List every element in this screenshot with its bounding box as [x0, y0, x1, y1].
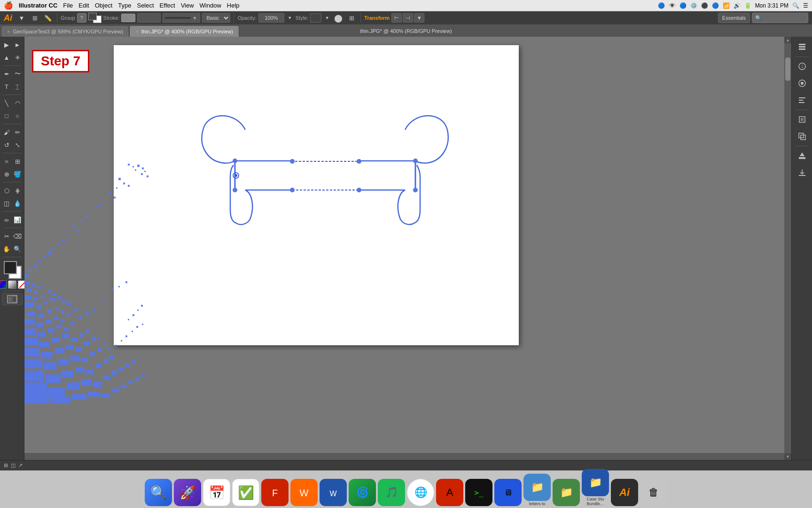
dock-item-trash[interactable]: 🗑	[640, 479, 667, 506]
area-type-tool[interactable]: ⌶	[12, 80, 23, 93]
shape-builder-tool[interactable]: ⊕	[1, 168, 12, 180]
live-paint-tool[interactable]: 🪣	[12, 168, 23, 180]
blend-tool[interactable]: ∞	[1, 214, 12, 226]
rfp-pathfinder-btn[interactable]	[795, 129, 810, 144]
foreground-swatch[interactable]	[88, 13, 97, 20]
mesh-tool[interactable]: ⋕	[12, 184, 23, 197]
dock-item-folder-case[interactable]: 📁 Case StuBundle...	[582, 469, 609, 506]
rfp-asset-export-btn[interactable]	[795, 165, 810, 180]
dock-item-terminal[interactable]: >_	[465, 479, 492, 506]
dock-item-word[interactable]: W	[320, 479, 347, 506]
dock-item-reminders[interactable]: ✅	[232, 479, 259, 506]
horizontal-scrollbar[interactable]	[24, 453, 784, 460]
paint-brush-btn[interactable]: ✏️	[42, 12, 54, 24]
opacity-chevron[interactable]: ▼	[286, 12, 294, 24]
stroke-color-swatch[interactable]	[121, 14, 135, 22]
rfp-transform-btn[interactable]	[795, 112, 810, 127]
brush-style-select[interactable]: Basic	[202, 13, 230, 23]
zoom-tool[interactable]: 🔍	[12, 243, 23, 255]
rfp-align-btn[interactable]	[795, 93, 810, 108]
eraser-tool[interactable]: ⌫	[12, 230, 23, 242]
dock-item-swirly[interactable]: 🌀	[349, 479, 376, 506]
rect-tool[interactable]: □	[1, 110, 12, 122]
grid-icon-btn[interactable]: ⊞	[346, 12, 357, 24]
gradient-tool[interactable]: ◫	[1, 197, 12, 209]
tab-genspace[interactable]: × GenSpaceTest3 @ 599% (CMYK/GPU Preview…	[1, 25, 129, 37]
menu-edit[interactable]: Edit	[78, 2, 89, 9]
tab-thin-close[interactable]: ×	[135, 29, 138, 34]
scroll-down-arrow[interactable]: ▼	[784, 453, 791, 460]
style-circle-btn[interactable]: ⬤	[333, 12, 344, 24]
dock-item-app12[interactable]: 🖥	[494, 479, 522, 506]
artboard-slice-tool[interactable]: ✂	[1, 230, 12, 242]
menu-select[interactable]: Select	[137, 2, 154, 9]
fill-swatch[interactable]	[4, 261, 17, 274]
bar-chart-tool[interactable]: 📊	[12, 214, 23, 226]
magic-wand-tool[interactable]: ✳	[12, 51, 23, 64]
transform-label[interactable]: Transform	[364, 15, 390, 21]
hand-tool[interactable]: ✋	[1, 243, 12, 255]
scale-tool[interactable]: ⤡	[12, 139, 23, 151]
dock-item-illustrator[interactable]: Ai	[611, 479, 638, 506]
screen-mode-btn[interactable]	[2, 293, 23, 305]
align-btn-1[interactable]: ⊢	[391, 13, 402, 23]
style-chevron[interactable]: ▼	[323, 12, 331, 24]
menu-app-name[interactable]: Illustrator CC	[19, 2, 57, 9]
arc-tool[interactable]: ◠	[12, 97, 23, 109]
tab-genspace-close[interactable]: ×	[7, 29, 10, 34]
dock-item-calendar[interactable]: 📅	[203, 479, 230, 506]
ellipse-tool[interactable]: ○	[12, 110, 23, 122]
menu-help[interactable]: Help	[227, 2, 240, 9]
apple-menu[interactable]: 🍎	[4, 1, 13, 10]
stroke-weight-input[interactable]	[137, 13, 161, 23]
help-btn[interactable]: ?	[77, 13, 86, 23]
gradient-mode-btn[interactable]	[8, 280, 16, 289]
scroll-track[interactable]	[784, 43, 791, 453]
free-transform-tool[interactable]: ⊞	[12, 155, 23, 167]
style-swatch[interactable]	[310, 13, 321, 23]
perspective-tool[interactable]: ⬡	[1, 184, 12, 197]
rotate-tool[interactable]: ↺	[1, 139, 12, 151]
scroll-up-arrow[interactable]: ▲	[784, 37, 791, 43]
align-btn-3[interactable]: ▼	[414, 13, 424, 23]
menu-type[interactable]: Type	[118, 2, 131, 9]
dock-item-spotify[interactable]: 🎵	[378, 479, 405, 506]
rfp-cc-libraries-btn[interactable]	[795, 148, 810, 163]
selection-tool-btn[interactable]: ▼	[16, 12, 27, 24]
menu-file[interactable]: File	[63, 2, 73, 9]
tab-thin[interactable]: × thin.JPG* @ 400% (RGB/GPU Preview)	[129, 25, 239, 37]
rfp-layers-btn[interactable]	[795, 40, 810, 55]
dock-item-folder-blue[interactable]: 📁	[553, 479, 580, 506]
opacity-input[interactable]	[258, 13, 284, 23]
search-input[interactable]	[752, 13, 808, 23]
menu-effect[interactable]: Effect	[160, 2, 175, 9]
paintbrush-tool[interactable]: 🖌	[1, 126, 12, 138]
menu-window[interactable]: Window	[200, 2, 221, 9]
curvature-tool[interactable]: 〜	[12, 68, 23, 80]
direct-select-tool[interactable]: ►	[12, 39, 23, 51]
eyedropper-tool[interactable]: 💧	[12, 197, 23, 209]
dock-item-chrome[interactable]: 🌐	[407, 479, 434, 506]
artboard-tool-btn[interactable]: ⊞	[29, 12, 40, 24]
dock-item-folder-letters[interactable]: 📁 letters to	[523, 474, 551, 506]
select-tool[interactable]: ▶	[1, 39, 12, 51]
rfp-properties-btn[interactable]: i	[795, 59, 810, 74]
workspace-selector[interactable]: Essentials	[718, 13, 750, 23]
scroll-thumb[interactable]	[785, 57, 790, 81]
line-tool[interactable]: ╲	[1, 97, 12, 109]
align-btn-2[interactable]: ⊣	[403, 13, 413, 23]
vertical-scrollbar[interactable]: ▲ ▼	[784, 37, 791, 460]
rfp-appearance-btn[interactable]	[795, 76, 810, 91]
dock-item-finder[interactable]: 🔍	[145, 479, 172, 506]
menu-object[interactable]: Object	[95, 2, 113, 9]
lasso-tool[interactable]: ▲	[1, 51, 12, 64]
warp-tool[interactable]: ≈	[1, 155, 12, 167]
menu-view[interactable]: View	[181, 2, 194, 9]
dock-item-launchpad[interactable]: 🚀	[174, 479, 201, 506]
stroke-line-selector[interactable]: ▼	[163, 13, 200, 23]
type-tool[interactable]: T	[1, 80, 12, 93]
dock-item-folio[interactable]: F	[261, 479, 289, 506]
pen-tool[interactable]: ✒	[1, 68, 12, 80]
color-mode-btn[interactable]	[0, 280, 7, 289]
pencil-tool[interactable]: ✏	[12, 126, 23, 138]
